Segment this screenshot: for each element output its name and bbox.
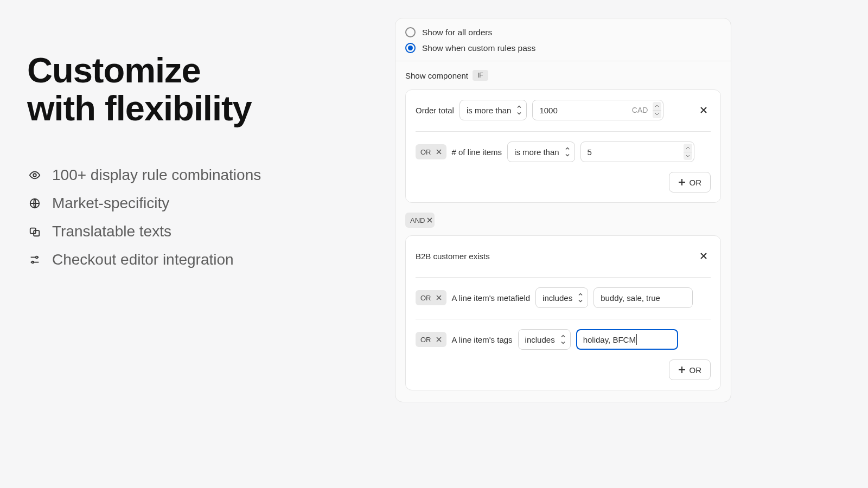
sliders-icon [27,252,42,267]
rule-label: B2B customer exists [416,252,490,261]
close-icon[interactable] [433,334,444,345]
feature-item: Checkout editor integration [27,251,368,268]
tags-value-input[interactable]: holiday, BFCM [576,329,678,350]
select-caret-icon [560,334,566,345]
button-label: OR [690,365,702,375]
feature-label: Translatable texts [52,223,171,240]
metafield-value-input[interactable]: buddy, sale, true [593,287,693,308]
feature-label: Checkout editor integration [52,251,234,268]
or-chip[interactable]: OR [416,144,446,159]
number-stepper[interactable] [684,144,692,160]
operator-select[interactable]: includes [518,329,571,350]
rules-card: Show for all orders Show when custom rul… [395,18,731,402]
or-chip[interactable]: OR [416,332,446,347]
radio-custom-rules[interactable]: Show when custom rules pass [405,43,721,53]
eye-icon [27,168,42,183]
headline-line-1: Customize [27,50,201,90]
radio-checked-icon [405,43,416,53]
rule-label: A line item's metafield [452,293,531,303]
marketing-panel: Customize with flexibility 100+ display … [0,0,395,488]
close-icon[interactable] [433,146,444,157]
operator-select[interactable]: is more than [507,142,575,162]
rule-label: # of line items [452,147,502,157]
select-value: is more than [467,106,512,115]
stepper-down-icon[interactable] [653,111,661,119]
svg-point-5 [32,261,34,264]
divider [416,277,711,278]
number-stepper[interactable] [653,102,661,118]
feature-label: Market-specificity [52,195,169,212]
select-value: is more than [514,147,559,157]
svg-point-4 [36,256,38,259]
button-label: OR [690,178,702,187]
page-headline: Customize with flexibility [27,52,368,127]
input-value: holiday, BFCM [583,335,636,344]
input-value: 1000 [539,106,557,115]
add-or-row: OR [416,172,711,192]
select-value: includes [525,335,555,344]
operator-select[interactable]: is more than [459,100,527,120]
rule-label: Order total [416,106,454,115]
feature-item: 100+ display rule combinations [27,166,368,184]
text-cursor [636,334,637,345]
add-or-button[interactable]: OR [669,359,711,380]
rule-row-tags: OR A line item's tags includes holiday, … [416,329,711,350]
globe-icon [27,196,42,211]
add-or-row: OR [416,359,711,380]
rules-section-header: Show component IF [395,61,731,89]
stepper-down-icon[interactable] [684,152,692,160]
feature-item: Translatable texts [27,223,368,240]
translate-icon [27,224,42,239]
headline-line-2: with flexibility [27,88,252,128]
plus-icon [678,178,686,186]
svg-point-0 [33,174,36,177]
operator-select[interactable]: includes [535,287,588,308]
rule-row-order-total: Order total is more than 1000 CAD [416,100,711,120]
rule-row-b2b-customer: B2B customer exists [416,246,711,266]
input-value: 5 [588,147,592,157]
stepper-up-icon[interactable] [653,102,661,111]
add-or-button[interactable]: OR [669,172,711,192]
rules-panel: Show for all orders Show when custom rul… [395,0,868,488]
line-items-input[interactable]: 5 [580,142,694,162]
remove-rule-button[interactable] [697,103,711,117]
rule-row-metafield: OR A line item's metafield includes budd… [416,287,711,308]
close-icon[interactable] [433,292,444,303]
chip-label: AND [410,216,425,224]
divider [416,131,711,132]
section-header-label: Show component [405,71,468,80]
or-chip[interactable]: OR [416,290,446,305]
stepper-up-icon[interactable] [684,144,692,152]
rule-group: B2B customer exists OR A line item's met… [405,235,721,390]
radio-unchecked-icon [405,27,416,37]
select-caret-icon [578,292,583,304]
rule-label: A line item's tags [452,335,513,344]
chip-label: OR [420,148,431,156]
radio-label: Show for all orders [422,28,492,37]
and-chip[interactable]: AND [405,213,435,228]
feature-label: 100+ display rule combinations [52,166,261,184]
order-total-input[interactable]: 1000 CAD [532,100,663,120]
rule-group: Order total is more than 1000 CAD [405,89,721,203]
radio-all-orders[interactable]: Show for all orders [405,27,721,37]
if-badge: IF [473,70,488,81]
chip-label: OR [420,294,431,302]
divider [416,319,711,319]
radio-label: Show when custom rules pass [422,43,535,53]
visibility-radio-group: Show for all orders Show when custom rul… [395,18,731,61]
feature-item: Market-specificity [27,195,368,212]
close-icon[interactable] [427,216,432,224]
plus-icon [678,366,686,374]
input-value: buddy, sale, true [601,293,660,303]
chip-label: OR [420,336,431,344]
currency-suffix: CAD [632,106,648,114]
feature-list: 100+ display rule combinations Market-sp… [27,166,368,268]
remove-rule-button[interactable] [697,249,711,263]
select-value: includes [542,293,572,303]
rule-row-line-items-count: OR # of line items is more than 5 [416,142,711,162]
select-caret-icon [516,105,522,116]
select-caret-icon [565,146,570,158]
